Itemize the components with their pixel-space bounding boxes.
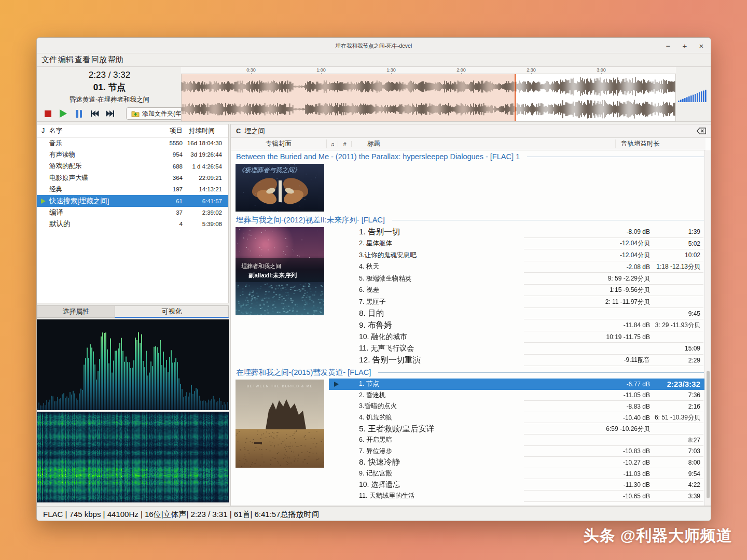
- track-row[interactable]: 12. 告别一切重演 -9.11配音 2:29: [329, 355, 706, 367]
- stop-button[interactable]: [40, 107, 56, 120]
- track-gain: -11.30 dB: [572, 481, 650, 488]
- track-row[interactable]: 9. 记忆宫殿 -11.03 dB 9:54: [329, 468, 706, 480]
- track-row[interactable]: 11. 无声飞行议会 15:09: [329, 343, 706, 355]
- track-row[interactable]: 2. 星体躯体 -12.04分贝 5:02: [329, 238, 706, 250]
- playlist-row[interactable]: 游戏的配乐 688 1 d 4:26:54: [37, 161, 228, 172]
- transport-controls: 添加文件夹(年代): [40, 107, 195, 120]
- title-bar[interactable]: 埋在我和我节点之间-死牛-devel − + ×: [37, 38, 711, 53]
- playlist-count: 688: [144, 163, 183, 170]
- pause-button[interactable]: [71, 107, 87, 120]
- timeline-tick: 0:30: [246, 67, 256, 73]
- track-title: 11. 天鹅绒里的生活: [359, 492, 572, 500]
- album-cover[interactable]: 《极埋葬者与我之间》: [236, 164, 324, 212]
- track-row[interactable]: 5. 王者救赎/皇后安详 6:59 -10.26分贝: [329, 423, 706, 435]
- track-row[interactable]: 7. 黑匣子 2: 11 -11.97分贝: [329, 296, 706, 308]
- now-playing-title: 01. 节点: [37, 81, 182, 93]
- track-duration: 4:22: [650, 481, 700, 488]
- track-title: 11. 无声飞行议会: [359, 344, 572, 353]
- track-row[interactable]: 4. 饥荒的狼 -10.40 dB 6: 51 -10.39分贝: [329, 412, 706, 424]
- next-button[interactable]: [102, 107, 118, 120]
- track-row-playing[interactable]: 1. 节点 -6.77 dB 2:23/3:32: [329, 379, 706, 390]
- play-button[interactable]: [56, 107, 71, 120]
- spectrogram: [37, 412, 229, 502]
- track-row[interactable]: 9. 布鲁姆 -11.84 dB 3: 29 -11.93分贝: [329, 319, 706, 331]
- track-gain: -10.40 dB: [572, 414, 650, 422]
- search-bar[interactable]: C 埋之间: [231, 124, 711, 138]
- now-playing-artist: 昏迷黄道-在埋葬者和我之间: [37, 95, 182, 104]
- playlist-row[interactable]: 经典 197 14:13:21: [37, 184, 228, 195]
- track-gain: -12.04分贝: [572, 251, 650, 260]
- track-row[interactable]: 6. 开启黑暗 8:27: [329, 435, 706, 446]
- tab-visualization[interactable]: 可视化: [115, 305, 229, 318]
- track-row[interactable]: 1. 告别一切 -8.09 dB 1:39: [329, 226, 706, 238]
- column-gain-duration[interactable]: 音轨增益时长: [616, 139, 706, 148]
- track-row[interactable]: 8. 快速冷静 -10.27 dB 8:00: [329, 457, 706, 468]
- track-gain: -10.83 dB: [572, 447, 650, 455]
- track-row[interactable]: 3.让你的鬼魂安息吧 -12.04分贝 10:02: [329, 249, 706, 261]
- playlist-row[interactable]: 编译 37 2:39:02: [37, 207, 228, 218]
- menu-help[interactable]: 帮助: [107, 55, 124, 65]
- playlist-row[interactable]: 电影原声大碟 364 22:09:21: [37, 172, 228, 184]
- album-cover[interactable]: BETWEEN THE BURIED & ME: [236, 380, 324, 468]
- close-button[interactable]: ×: [696, 41, 707, 50]
- album-group-header[interactable]: Between the Buried and Me - (2011) the P…: [231, 150, 706, 163]
- track-title: 4. 饥荒的狼: [359, 413, 572, 422]
- track-row[interactable]: 2. 昏迷机 -11.05 dB 7:36: [329, 390, 706, 401]
- playlist-count: 37: [144, 209, 183, 216]
- menu-playback[interactable]: 回放: [91, 55, 107, 65]
- album-cover[interactable]: 埋葬者和我之间 副ailaxii:未来序列: [236, 227, 324, 315]
- track-duration: 2:23/3:32: [650, 380, 700, 388]
- track-gain: -9.11配音: [572, 356, 650, 365]
- playlist-count: 5550: [144, 140, 183, 146]
- track-row[interactable]: 8. 目的 9:45: [329, 308, 706, 320]
- playlist-header-row[interactable]: J 名字 项目 持续时间: [37, 124, 228, 137]
- album-group-header[interactable]: 在埋葬和我之间-(2015)彗发黄道- [FLAC]: [231, 366, 706, 379]
- playlist-row[interactable]: 有声读物 954 3d 19:26:44: [37, 149, 228, 160]
- track-row[interactable]: 7. 异位漫步 -10.83 dB 7:03: [329, 446, 706, 457]
- clear-search-button[interactable]: [697, 128, 706, 134]
- track-title: 8. 目的: [359, 308, 572, 319]
- search-input[interactable]: 埋之间: [244, 127, 265, 136]
- track-row[interactable]: 11. 天鹅绒里的生活 -10.65 dB 3:39: [329, 491, 706, 502]
- maximize-button[interactable]: +: [680, 41, 690, 50]
- playlist-duration: 1 d 4:26:54: [183, 163, 222, 170]
- column-cover[interactable]: 专辑封面: [231, 139, 327, 148]
- track-title: 7. 异位漫步: [359, 447, 572, 456]
- tab-selection-properties[interactable]: 选择属性: [37, 305, 115, 318]
- tracklist-column-header[interactable]: 专辑封面 ♫ # 标题 音轨增益时长: [231, 138, 706, 150]
- tracklist-scrollbar[interactable]: [704, 150, 711, 506]
- menu-file[interactable]: 文件: [41, 55, 58, 65]
- playlist-panel: J 名字 项目 持续时间 音乐 5550 16d 18:04:30 有声读物 9…: [37, 124, 229, 303]
- column-note-icon[interactable]: ♫: [327, 141, 338, 147]
- track-row[interactable]: 5. 极端微生物精英 9: 59 -2.29分贝: [329, 273, 706, 285]
- playlist-row[interactable]: 音乐 5550 16d 18:04:30: [37, 137, 228, 149]
- track-row[interactable]: 6. 视差 1:15 -9.56分贝: [329, 285, 706, 297]
- player-bar: 2:23 / 3:32 01. 节点 昏迷黄道-在埋葬者和我之间: [37, 67, 711, 122]
- seekbar-waveform[interactable]: [181, 74, 676, 121]
- album-header-rule: [392, 220, 704, 220]
- spectrogram-canvas: [37, 412, 228, 502]
- track-row[interactable]: 10. 选择遗忘 -11.30 dB 4:22: [329, 479, 706, 491]
- previous-button[interactable]: [87, 107, 102, 120]
- track-row[interactable]: 10. 融化的城市 10:19 -11.75 dB: [329, 331, 706, 343]
- timeline-tick: 1:30: [386, 67, 396, 73]
- track-row[interactable]: 4. 秋天 -2.08 dB 1:18 -12.13分贝: [329, 261, 706, 273]
- menu-view[interactable]: 查看: [74, 55, 91, 65]
- playlist-row[interactable]: 默认的 4 5:39:08: [37, 218, 228, 230]
- album-art-coma-ecliptic: [236, 380, 324, 468]
- column-title[interactable]: 标题: [352, 139, 616, 148]
- playhead-cursor[interactable]: [515, 74, 516, 121]
- column-number[interactable]: #: [338, 141, 352, 147]
- scrollbar-handle[interactable]: [707, 371, 710, 499]
- track-title: 1. 节点: [359, 380, 572, 388]
- time-display: 2:23 / 3:32: [37, 70, 182, 80]
- playlist-row-selected[interactable]: 快速搜索[埋藏之间] 61 6:41:57: [37, 195, 228, 206]
- track-duration: 7:36: [650, 391, 700, 399]
- menu-edit[interactable]: 编辑: [58, 55, 74, 65]
- volume-meter[interactable]: [678, 88, 709, 102]
- track-title: 7. 黑匣子: [359, 298, 572, 306]
- track-gain: 6:59 -10.26分贝: [572, 425, 650, 433]
- minimize-button[interactable]: −: [663, 41, 673, 50]
- track-row[interactable]: 3.昏暗的点火 -8.83 dB 2:16: [329, 401, 706, 412]
- album-group-header[interactable]: 埋葬与我之间-(2012)视差II:未来序列- [FLAC]: [231, 214, 706, 226]
